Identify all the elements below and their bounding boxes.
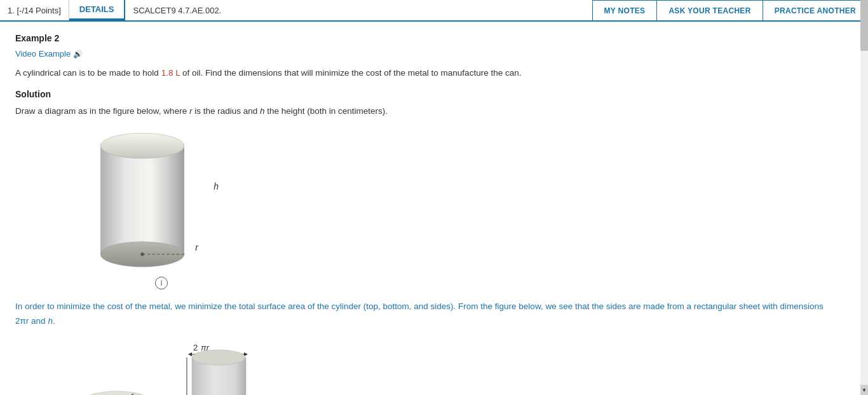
svg-point-4 [140,253,144,256]
speaker-icon: 🔊 [73,50,83,59]
problem-text: A cylindrical can is to be made to hold … [15,66,836,80]
scrollbar-arrow-down[interactable]: ▼ [860,385,868,395]
info-icon[interactable]: i [155,277,168,289]
scalcet-label: SCALCET9 4.7.AE.002. [125,0,592,20]
scrollbar-thumb[interactable] [860,0,868,51]
svg-point-1 [100,134,184,159]
svg-rect-0 [100,146,184,254]
header-bar: 1. [-/14 Points] DETAILS SCALCET9 4.7.AE… [0,0,868,22]
my-notes-button[interactable]: MY NOTES [592,0,658,20]
solution-text: Draw a diagram as in the figure below, w… [15,104,836,118]
disk-svg: r [79,382,155,395]
h-label: h [214,181,219,191]
svg-text:r: r [131,391,134,395]
scrollbar-track: ▲ ▼ [860,0,868,395]
practice-another-button[interactable]: PRACTICE ANOTHER [763,0,868,20]
info-icon-area: i [15,277,836,289]
solution-title: Solution [15,89,836,99]
cylinder-svg [79,130,206,270]
example-title: Example 2 [15,33,836,43]
minimize-text: In order to minimize the cost of the met… [15,300,836,329]
video-link-label: Video Example [15,49,71,59]
svg-marker-12 [188,352,192,356]
points-label: 1. [-/14 Points] [0,0,69,20]
svg-point-16 [192,350,245,365]
cylinder-container: h r [79,130,206,270]
r-label: r [195,242,198,253]
svg-text:2: 2 [193,343,198,352]
cylinder-diagram-area: h r [15,130,836,270]
video-example-link[interactable]: Video Example 🔊 [15,49,83,59]
main-content: Example 2 Video Example 🔊 A cylindrical … [0,22,851,395]
ask-teacher-button[interactable]: ASK YOUR TEACHER [656,0,763,20]
header-actions: MY NOTES ASK YOUR TEACHER PRACTICE ANOTH… [593,0,868,20]
rect-cylinder-container: 2 πr [174,342,257,395]
svg-point-6 [84,391,150,395]
details-button[interactable]: DETAILS [69,0,126,20]
rect-cylinder-svg: 2 πr [174,342,269,395]
bottom-diagrams: r 2 πr [15,342,836,395]
disk-container: r [79,380,155,395]
